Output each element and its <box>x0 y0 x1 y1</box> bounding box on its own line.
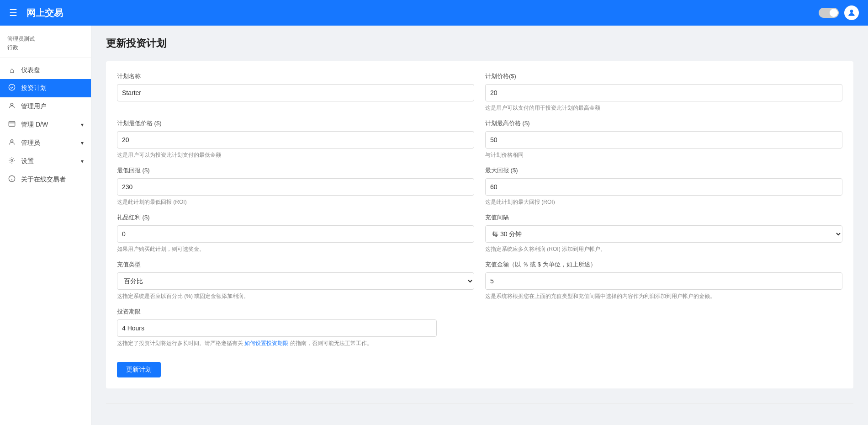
form-group-plan-name: 计划名称 <box>117 72 474 112</box>
header-right <box>819 5 859 20</box>
max-price-input[interactable] <box>485 131 842 149</box>
sidebar-label-about: 关于在线交易者 <box>21 175 66 184</box>
form-group-min-return: 最低回报 ($) 这是此计划的最低回报 (ROI) <box>117 166 474 206</box>
min-price-input[interactable] <box>117 131 474 149</box>
min-return-hint: 这是此计划的最低回报 (ROI) <box>117 198 474 206</box>
users-icon <box>7 102 16 111</box>
form-group-min-price: 计划最低价格 ($) 这是用户可以为投资此计划支付的最低金额 <box>117 119 474 159</box>
investment-period-input[interactable] <box>117 319 437 337</box>
investment-period-hint: 这指定了投资计划将运行多长时间。请严格遵循有关 如何设置投资期限 的指南，否则可… <box>117 340 437 347</box>
plan-name-input[interactable] <box>117 84 474 101</box>
sidebar-item-manage-dw[interactable]: 管理 D/W ▾ <box>0 116 91 134</box>
max-return-label: 最大回报 ($) <box>485 166 842 175</box>
sidebar-item-about[interactable]: 关于在线交易者 <box>0 170 91 189</box>
dw-icon <box>7 120 16 129</box>
form-row-6: 投资期限 这指定了投资计划将运行多长时间。请严格遵循有关 如何设置投资期限 的指… <box>117 308 842 347</box>
plan-price-hint: 这是用户可以支付的用于投资此计划的最高金额 <box>485 104 842 112</box>
form-row-4: 礼品红利 ($) 如果用户购买此计划，则可选奖金。 充值间隔 每 30 分钟 每… <box>117 213 842 253</box>
plan-price-label: 计划价格($) <box>485 72 842 80</box>
charge-amount-label: 充值金额（以 ％ 或 $ 为单位，如上所述） <box>485 260 842 269</box>
menu-icon[interactable]: ☰ <box>9 7 17 18</box>
sidebar: 管理员测试 行政 ⌂ 仪表盘 投资计划 管理用户 管理 D/W ▾ <box>0 26 91 425</box>
sidebar-meta: 管理员测试 行政 <box>0 31 91 58</box>
form-row-2: 计划最低价格 ($) 这是用户可以为投资此计划支付的最低金额 计划最高价格 ($… <box>117 119 842 159</box>
page-divider <box>106 403 853 404</box>
form-group-max-price: 计划最高价格 ($) 与计划价格相同 <box>485 119 842 159</box>
min-price-hint: 这是用户可以为投资此计划支付的最低金额 <box>117 151 474 159</box>
admin-icon <box>7 138 16 148</box>
form-row-1: 计划名称 计划价格($) 这是用户可以支付的用于投资此计划的最高金额 <box>117 72 842 112</box>
min-price-label: 计划最低价格 ($) <box>117 119 474 128</box>
svg-rect-3 <box>9 122 15 127</box>
plan-name-label: 计划名称 <box>117 72 474 80</box>
header: ☰ 网上交易 <box>0 0 868 26</box>
max-return-input[interactable] <box>485 178 842 196</box>
gift-dividend-input[interactable] <box>117 225 474 243</box>
svg-point-5 <box>11 140 13 142</box>
svg-point-6 <box>11 159 13 161</box>
charge-type-hint: 这指定系统是否应以百分比 (%) 或固定金额添加利润。 <box>117 292 474 300</box>
chevron-down-icon-admin: ▾ <box>81 140 84 146</box>
home-icon: ⌂ <box>7 66 16 74</box>
chevron-down-icon-settings: ▾ <box>81 158 84 165</box>
max-price-label: 计划最高价格 ($) <box>485 119 842 128</box>
admin-name: 管理员测试 <box>7 35 84 43</box>
charge-interval-hint: 这指定系统应多久将利润 (ROI) 添加到用户帐户。 <box>485 245 842 253</box>
sidebar-item-admin[interactable]: 管理员 ▾ <box>0 134 91 152</box>
svg-point-1 <box>9 85 15 90</box>
sidebar-item-investment-plans[interactable]: 投资计划 <box>0 79 91 97</box>
svg-point-0 <box>850 10 853 13</box>
form-group-gift-dividend: 礼品红利 ($) 如果用户购买此计划，则可选奖金。 <box>117 213 474 253</box>
sidebar-label-investment: 投资计划 <box>21 84 47 92</box>
layout: 管理员测试 行政 ⌂ 仪表盘 投资计划 管理用户 管理 D/W ▾ <box>0 26 868 425</box>
charge-amount-input[interactable] <box>485 272 842 290</box>
form-row-5: 充值类型 百分比 固定金额 这指定系统是否应以百分比 (%) 或固定金额添加利润… <box>117 260 842 300</box>
chevron-down-icon: ▾ <box>81 122 84 128</box>
theme-toggle[interactable] <box>819 8 839 18</box>
admin-role: 行政 <box>7 43 84 52</box>
sidebar-label-admin: 管理员 <box>21 139 40 147</box>
charge-interval-select[interactable]: 每 30 分钟 每 1 小时 每 2 小时 每 6 小时 每 12 小时 每 2… <box>485 225 842 243</box>
sidebar-item-manage-users[interactable]: 管理用户 <box>0 97 91 116</box>
sidebar-label-settings: 设置 <box>21 157 34 165</box>
info-icon <box>7 175 16 184</box>
form-group-charge-interval: 充值间隔 每 30 分钟 每 1 小时 每 2 小时 每 6 小时 每 12 小… <box>485 213 842 253</box>
form-group-charge-type: 充值类型 百分比 固定金额 这指定系统是否应以百分比 (%) 或固定金额添加利润… <box>117 260 474 300</box>
sidebar-label-manage-users: 管理用户 <box>21 102 47 111</box>
page-title: 更新投资计划 <box>106 37 853 50</box>
form-group-charge-amount: 充值金额（以 ％ 或 $ 为单位，如上所述） 这是系统将根据您在上面的充值类型和… <box>485 260 842 300</box>
form-group-plan-price: 计划价格($) 这是用户可以支付的用于投资此计划的最高金额 <box>485 72 842 112</box>
site-logo: 网上交易 <box>26 7 819 19</box>
charge-amount-hint: 这是系统将根据您在上面的充值类型和充值间隔中选择的内容作为利润添加到用户帐户的金… <box>485 292 842 300</box>
charge-type-select[interactable]: 百分比 固定金额 <box>117 272 474 290</box>
plan-price-input[interactable] <box>485 84 842 101</box>
user-avatar-icon[interactable] <box>844 5 859 20</box>
min-return-input[interactable] <box>117 178 474 196</box>
submit-button[interactable]: 更新计划 <box>117 362 161 377</box>
settings-icon <box>7 157 16 166</box>
min-return-label: 最低回报 ($) <box>117 166 474 175</box>
investment-icon <box>7 84 16 93</box>
sidebar-item-settings[interactable]: 设置 ▾ <box>0 152 91 170</box>
form-group-max-return: 最大回报 ($) 这是此计划的最大回报 (ROI) <box>485 166 842 206</box>
svg-point-2 <box>11 103 13 106</box>
investment-period-label: 投资期限 <box>117 308 437 316</box>
charge-type-label: 充值类型 <box>117 260 474 269</box>
max-return-hint: 这是此计划的最大回报 (ROI) <box>485 198 842 206</box>
gift-dividend-hint: 如果用户购买此计划，则可选奖金。 <box>117 245 474 253</box>
charge-interval-label: 充值间隔 <box>485 213 842 222</box>
investment-period-link[interactable]: 如何设置投资期限 <box>244 340 288 346</box>
sidebar-label-dw: 管理 D/W <box>21 121 48 129</box>
form-group-investment-period: 投资期限 这指定了投资计划将运行多长时间。请严格遵循有关 如何设置投资期限 的指… <box>117 308 437 347</box>
sidebar-label-dashboard: 仪表盘 <box>21 66 40 74</box>
max-price-hint: 与计划价格相同 <box>485 151 842 159</box>
gift-dividend-label: 礼品红利 ($) <box>117 213 474 222</box>
form-row-3: 最低回报 ($) 这是此计划的最低回报 (ROI) 最大回报 ($) 这是此计划… <box>117 166 842 206</box>
sidebar-item-dashboard[interactable]: ⌂ 仪表盘 <box>0 62 91 79</box>
main-content: 更新投资计划 计划名称 计划价格($) 这是用户可以支付的用于投资此计划的最高金… <box>91 26 868 425</box>
form-card: 计划名称 计划价格($) 这是用户可以支付的用于投资此计划的最高金额 计划最低价… <box>106 61 853 388</box>
